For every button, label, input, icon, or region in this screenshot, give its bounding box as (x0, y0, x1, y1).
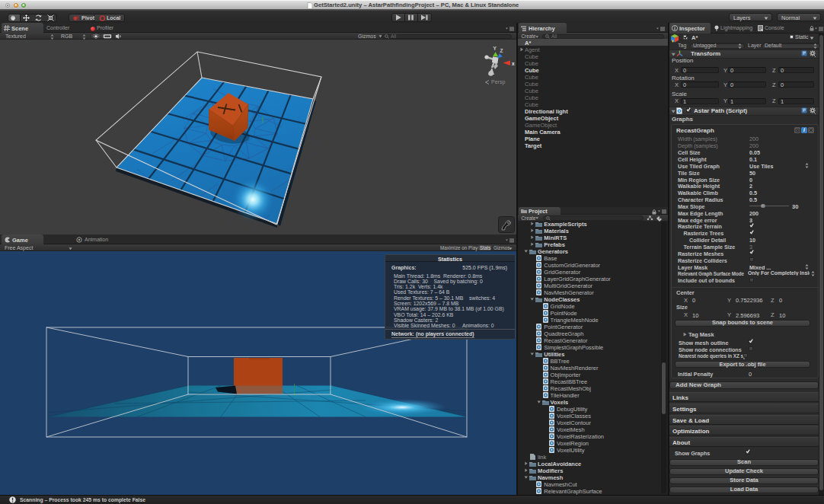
svg-text:Z: Z (500, 48, 503, 53)
svg-text:x: x (512, 61, 515, 66)
svg-text:Y: Y (493, 46, 497, 51)
